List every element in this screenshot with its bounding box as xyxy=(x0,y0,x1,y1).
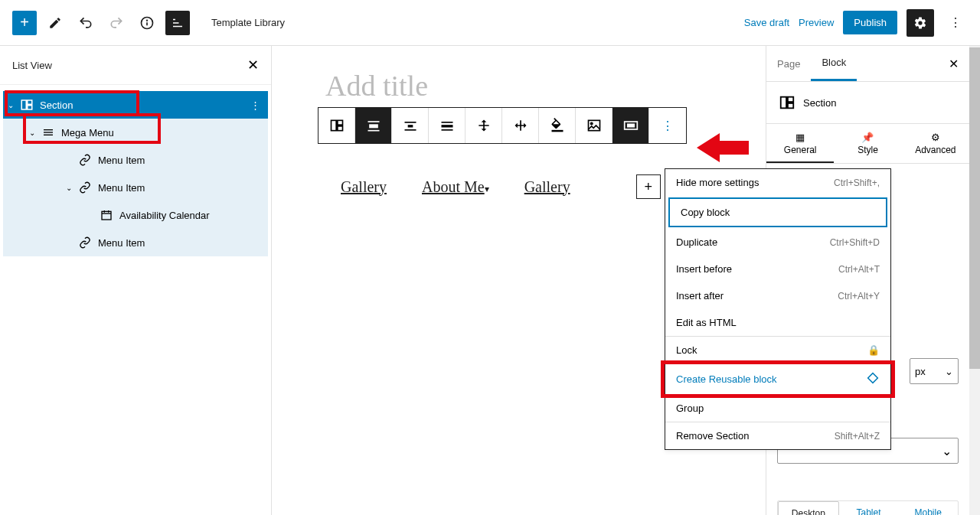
menu-link-about[interactable]: About Me xyxy=(422,178,489,196)
menu-link-gallery[interactable]: Gallery xyxy=(341,178,387,196)
toolbar-right: Save draft Preview Publish ⋮ xyxy=(744,9,968,37)
menu-item[interactable]: Edit as HTML xyxy=(665,309,890,336)
chevron-down-icon: ⌄ xyxy=(942,444,952,458)
svg-rect-24 xyxy=(404,129,416,131)
menu-item[interactable]: Insert afterCtrl+Alt+Y xyxy=(665,282,890,309)
page-title-input[interactable]: Add title xyxy=(325,69,720,103)
undo-button[interactable] xyxy=(74,11,98,35)
shortcut-label: Ctrl+Alt+Y xyxy=(838,291,880,302)
svg-rect-37 xyxy=(788,103,793,108)
tree-item-label: Menu Item xyxy=(98,237,145,249)
device-tablet[interactable]: Tablet xyxy=(839,501,899,515)
color-button[interactable] xyxy=(539,108,576,143)
list-view-panel: List View ✕ ⌄Section⋮⌄Mega MenuMenu Item… xyxy=(0,46,272,515)
subtab-advanced[interactable]: ⚙Advanced xyxy=(902,124,969,163)
svg-rect-28 xyxy=(551,130,563,132)
menu-item[interactable]: Hide more settingsCtrl+Shift+, xyxy=(665,169,890,196)
tree-item-label: Menu Item xyxy=(98,155,145,166)
add-menu-item-button[interactable]: + xyxy=(636,174,661,199)
svg-rect-19 xyxy=(368,121,379,122)
device-desktop[interactable]: Desktop xyxy=(778,501,839,515)
svg-rect-7 xyxy=(28,100,32,104)
more-options-button[interactable]: ⋮ xyxy=(943,11,968,35)
fullwidth-button[interactable] xyxy=(612,108,649,143)
menu-item[interactable]: Remove SectionShift+Alt+Z xyxy=(665,422,890,449)
block-type-button[interactable] xyxy=(318,108,355,143)
menu-item-label: Hide more settings xyxy=(676,177,759,188)
settings-subtabs: ▦General 📌Style ⚙Advanced xyxy=(766,123,969,164)
template-library-link[interactable]: Template Library xyxy=(211,17,285,28)
image-button[interactable] xyxy=(576,108,612,143)
device-tabs: Desktop Tablet Mobile xyxy=(777,500,959,515)
tab-block[interactable]: Block xyxy=(811,46,857,81)
device-mobile[interactable]: Mobile xyxy=(898,501,958,515)
mega-menu: Gallery About Me Gallery + xyxy=(341,174,720,199)
subtab-label: Advanced xyxy=(915,145,956,155)
edit-mode-button[interactable] xyxy=(43,11,67,35)
tree-item[interactable]: ⌄Section⋮ xyxy=(3,91,268,119)
menu-link-gallery2[interactable]: Gallery xyxy=(524,178,570,196)
svg-rect-17 xyxy=(337,120,342,125)
list-view-header: List View ✕ xyxy=(0,46,271,85)
settings-button[interactable] xyxy=(906,9,934,37)
svg-rect-3 xyxy=(173,18,175,20)
svg-rect-4 xyxy=(173,22,179,24)
save-draft-link[interactable]: Save draft xyxy=(744,17,789,28)
preview-link[interactable]: Preview xyxy=(799,17,834,28)
unit-select[interactable]: px⌄ xyxy=(910,358,959,384)
svg-rect-18 xyxy=(337,126,342,131)
close-panel-button[interactable]: ✕ xyxy=(247,57,259,73)
align-center-button[interactable] xyxy=(392,108,429,143)
menu-item[interactable]: DuplicateCtrl+Shift+D xyxy=(665,229,890,256)
add-block-button[interactable]: + xyxy=(12,11,37,35)
menu-item-label: Copy block xyxy=(681,207,730,218)
menu-item[interactable]: Create Reusable block xyxy=(665,363,890,395)
scrollbar-thumb[interactable] xyxy=(969,47,980,369)
svg-marker-34 xyxy=(697,133,749,162)
link-icon xyxy=(77,154,93,166)
block-more-button[interactable]: ⋮ xyxy=(649,108,686,143)
menu-icon xyxy=(40,126,57,139)
subtab-general[interactable]: ▦General xyxy=(766,124,834,163)
menu-item[interactable]: Lock🔒 xyxy=(665,337,890,363)
align-wide-button[interactable] xyxy=(355,108,392,143)
menu-item[interactable]: Insert beforeCtrl+Alt+T xyxy=(665,256,890,282)
tree-item-label: Section xyxy=(40,99,73,111)
shortcut-label: Shift+Alt+Z xyxy=(835,431,880,442)
svg-rect-35 xyxy=(781,97,786,109)
svg-rect-29 xyxy=(588,120,599,130)
svg-rect-32 xyxy=(627,124,635,128)
tree-item[interactable]: ⌄Mega Menu xyxy=(3,119,268,146)
svg-rect-9 xyxy=(44,129,53,130)
menu-item-label: Group xyxy=(676,403,704,414)
svg-rect-8 xyxy=(28,106,32,109)
tree-item-label: Mega Menu xyxy=(61,127,114,139)
shortcut-label: Ctrl+Alt+T xyxy=(838,264,880,275)
align-full-button[interactable] xyxy=(429,108,466,143)
tree-item[interactable]: ⌄Menu Item xyxy=(3,174,268,201)
list-view-title: List View xyxy=(12,60,52,71)
reusable-icon xyxy=(866,371,880,387)
settings-tabs: Page Block ✕ xyxy=(766,46,969,82)
close-settings-button[interactable]: ✕ xyxy=(938,57,969,71)
info-button[interactable] xyxy=(135,11,159,35)
tab-page[interactable]: Page xyxy=(766,47,811,80)
redo-button[interactable] xyxy=(104,11,129,35)
menu-item-label: Create Reusable block xyxy=(676,373,777,385)
menu-item-label: Edit as HTML xyxy=(676,317,737,328)
menu-item[interactable]: Group xyxy=(665,395,890,422)
tree-item[interactable]: Menu Item xyxy=(3,146,268,174)
valign-button[interactable] xyxy=(466,108,502,143)
publish-button[interactable]: Publish xyxy=(843,11,897,34)
list-view-button[interactable] xyxy=(165,11,190,35)
subtab-style[interactable]: 📌Style xyxy=(834,124,901,163)
halign-button[interactable] xyxy=(502,108,539,143)
link-icon xyxy=(77,236,93,249)
block-tree: ⌄Section⋮⌄Mega MenuMenu Item⌄Menu ItemAv… xyxy=(0,85,271,256)
tree-item[interactable]: Menu Item xyxy=(3,229,268,256)
item-more-icon[interactable]: ⋮ xyxy=(243,99,268,111)
tree-item[interactable]: Availability Calendar xyxy=(3,201,268,229)
menu-item[interactable]: Copy block xyxy=(668,197,887,227)
toolbar-left: + Template Library xyxy=(12,11,285,35)
chevron-down-icon: ⌄ xyxy=(945,366,953,377)
